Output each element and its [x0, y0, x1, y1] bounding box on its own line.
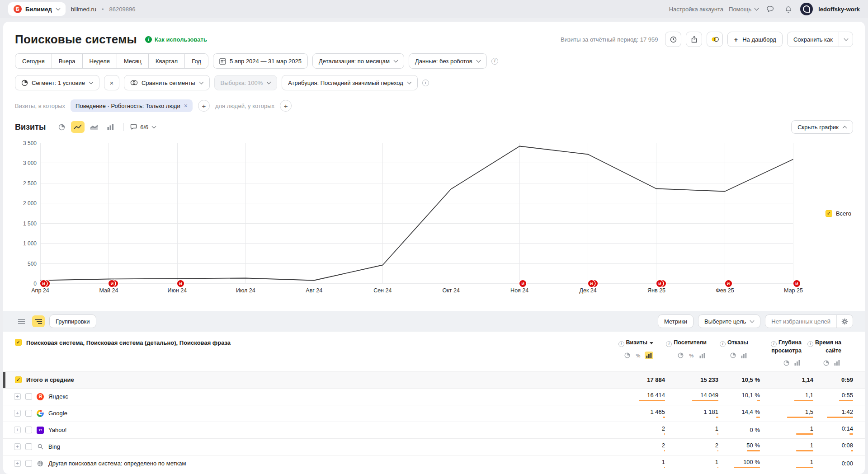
percent-mode-icon[interactable]: %	[687, 352, 696, 359]
flat-view-icon[interactable]	[15, 315, 28, 327]
annotation-badge[interactable]: И	[519, 280, 526, 287]
visits-line-chart[interactable]	[40, 143, 793, 284]
segment-condition-tag[interactable]: Поведение · Роботность: Только люди ×	[71, 99, 193, 112]
goal-settings-button[interactable]	[836, 315, 853, 328]
help-menu[interactable]: Помощь	[729, 6, 759, 13]
add-to-dashboard-button[interactable]: + На дашборд	[727, 32, 782, 47]
row-checkbox[interactable]	[25, 410, 32, 417]
period-button-2[interactable]: Вчера	[52, 53, 83, 69]
save-as-button[interactable]: Сохранить как	[787, 32, 853, 47]
line-chart-type-icon[interactable]	[71, 121, 85, 133]
goal-select-dropdown[interactable]: Выберите цель	[698, 314, 760, 328]
how-to-use-link[interactable]: i Как использовать	[145, 36, 207, 43]
save-as-menu-toggle[interactable]	[839, 32, 853, 47]
info-icon[interactable]: i	[422, 80, 429, 86]
row-checkbox[interactable]	[25, 427, 32, 433]
table-row[interactable]: +Google1 4651 18114,4 %1,51:42	[3, 405, 865, 422]
attribution-dropdown[interactable]: Атрибуция: Последний значимый переход	[282, 75, 418, 90]
column-header-2[interactable]: iПосетители%	[653, 339, 707, 367]
row-checkbox[interactable]	[25, 393, 32, 400]
pie-mode-icon[interactable]	[676, 352, 685, 359]
annotations-toggle[interactable]: 6/6	[130, 124, 156, 131]
bars-mode-icon[interactable]	[740, 352, 748, 359]
avatar[interactable]	[800, 3, 813, 15]
row-checkbox[interactable]	[25, 460, 32, 467]
annotation-badge[interactable]: И	[656, 280, 663, 287]
expand-row-button[interactable]: +	[14, 410, 21, 417]
percent-mode-icon[interactable]: %	[634, 352, 642, 359]
legend-checkbox[interactable]	[826, 210, 832, 217]
data-filter-dropdown[interactable]: Данные: без роботов	[409, 53, 487, 69]
notifications-bell-icon[interactable]	[782, 3, 795, 15]
date-range-picker[interactable]: 5 апр 2024 — 31 мар 2025	[213, 53, 308, 69]
clear-segment-button[interactable]: ×	[104, 75, 119, 90]
table-row[interactable]: +Другая поисковая система: определено по…	[3, 455, 865, 472]
pie-mode-icon[interactable]	[729, 352, 737, 359]
totals-row[interactable]: Итого и средние17 88415 23310,5 %1,140:5…	[3, 371, 865, 388]
history-icon[interactable]	[665, 32, 681, 47]
row-checkbox[interactable]	[25, 443, 32, 450]
period-button-6[interactable]: Год	[184, 53, 208, 69]
visits-condition-label: Визиты, в которых	[15, 103, 65, 109]
column-header-4[interactable]: iГлубина просмотра	[748, 339, 802, 367]
column-header-3[interactable]: iОтказы	[707, 339, 748, 367]
add-visit-condition-button[interactable]: +	[198, 100, 210, 112]
data-filter-label: Данные: без роботов	[415, 58, 472, 65]
annotation-badge[interactable]: И	[108, 280, 115, 287]
segment-dropdown[interactable]: Сегмент: 1 условие	[15, 75, 99, 90]
expand-row-button[interactable]: +	[14, 460, 21, 467]
metric-cells: 11100 %10:00	[597, 455, 865, 472]
period-button-3[interactable]: Неделя	[82, 53, 117, 69]
pie-mode-icon[interactable]	[822, 359, 830, 367]
area-chart-type-icon[interactable]	[87, 121, 101, 133]
annotation-badge[interactable]: И	[793, 280, 800, 287]
pie-mode-icon[interactable]	[782, 359, 791, 367]
sampling-dropdown[interactable]: Выборка: 100%	[214, 75, 278, 90]
chat-icon[interactable]	[764, 3, 777, 15]
tree-view-icon[interactable]	[32, 315, 45, 327]
expand-row-button[interactable]: +	[14, 427, 21, 433]
annotation-badge[interactable]: И	[177, 280, 184, 287]
annotation-badge[interactable]: И	[588, 280, 595, 287]
annotation-badge[interactable]: И	[725, 280, 732, 287]
column-label: iОтказы	[720, 339, 748, 347]
compare-segments-dropdown[interactable]: Сравнить сегменты	[124, 75, 210, 90]
pie-chart-type-icon[interactable]	[55, 121, 68, 133]
expand-row-button[interactable]: +	[14, 443, 21, 450]
period-button-4[interactable]: Месяц	[117, 53, 149, 69]
table-row[interactable]: +Y!Yahoo!210 %10:14	[3, 422, 865, 438]
account-settings-link[interactable]: Настройка аккаунта	[669, 6, 723, 13]
period-button-1[interactable]: Сегодня	[15, 53, 52, 69]
bars-mode-icon[interactable]	[793, 359, 802, 367]
bars-mode-icon[interactable]	[833, 359, 841, 367]
row-checkbox[interactable]	[15, 376, 22, 383]
detalization-dropdown[interactable]: Детализация: по месяцам	[312, 53, 404, 69]
groupings-button[interactable]: Группировки	[49, 314, 96, 328]
add-people-condition-button[interactable]: +	[280, 100, 292, 112]
hide-chart-button[interactable]: Скрыть график	[791, 120, 853, 134]
column-header-1[interactable]: iВизиты%	[585, 339, 653, 367]
table-row[interactable]: +ЯЯндекс16 41414 04910,1 %1,10:55	[3, 388, 865, 405]
recommendations-icon[interactable]	[707, 32, 723, 47]
counter-switcher[interactable]: Б Билимед	[8, 2, 66, 16]
select-all-checkbox[interactable]	[15, 339, 22, 346]
column-chart-type-icon[interactable]	[104, 121, 117, 133]
google-icon	[37, 410, 44, 417]
info-icon[interactable]: i	[491, 58, 498, 65]
site-domain-link[interactable]: bilimed.ru	[71, 6, 96, 13]
period-button-5[interactable]: Квартал	[148, 53, 185, 69]
bars-mode-icon[interactable]	[645, 352, 653, 359]
remove-tag-icon[interactable]: ×	[184, 102, 188, 109]
bars-mode-icon[interactable]	[698, 352, 707, 359]
chevron-down-icon	[407, 80, 411, 84]
comment-bubble-icon	[130, 124, 137, 130]
how-to-use-label: Как использовать	[155, 36, 207, 43]
annotation-badge[interactable]: И	[40, 280, 47, 287]
pie-mode-icon[interactable]	[623, 352, 632, 359]
chevron-up-icon	[843, 126, 847, 130]
column-header-5[interactable]: iВремя на сайте	[802, 339, 841, 367]
export-icon[interactable]	[686, 32, 702, 47]
metrics-button[interactable]: Метрики	[658, 314, 693, 328]
expand-row-button[interactable]: +	[14, 393, 21, 400]
table-row[interactable]: +Bing2250 %10:08	[3, 438, 865, 455]
